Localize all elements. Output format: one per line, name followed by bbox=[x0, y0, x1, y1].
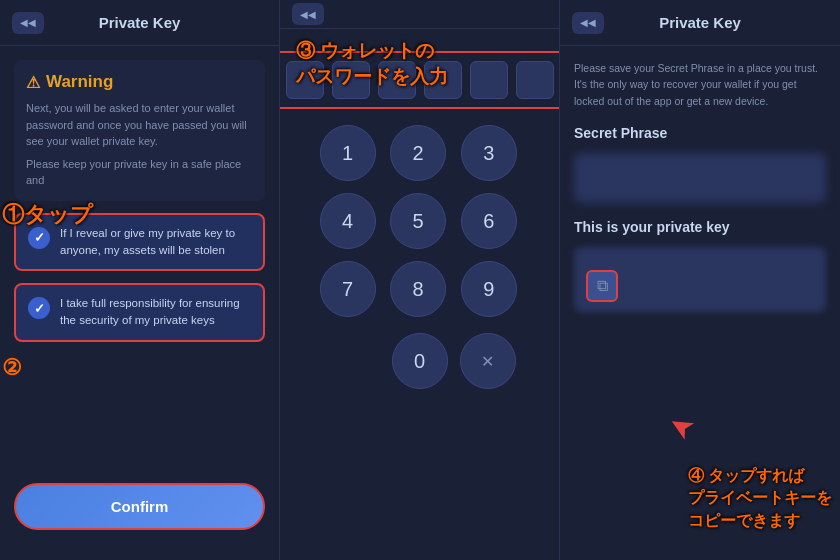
panel2-header bbox=[280, 0, 559, 29]
panel-numpad: ③ ウォレットの パスワードを入力 1 2 3 4 5 6 7 8 9 bbox=[280, 0, 560, 560]
num-btn-empty bbox=[324, 333, 380, 389]
checkbox-check-1 bbox=[28, 227, 50, 249]
panel3-title: Private Key bbox=[659, 14, 741, 31]
copy-button[interactable]: ⧉ bbox=[586, 270, 618, 302]
pin-dot-4 bbox=[424, 61, 462, 99]
num-btn-2[interactable]: 2 bbox=[390, 125, 446, 181]
numpad-bottom-row: 0 ✕ bbox=[320, 333, 520, 389]
num-btn-5[interactable]: 5 bbox=[390, 193, 446, 249]
panel1-title: Private Key bbox=[99, 14, 181, 31]
pin-display bbox=[280, 51, 560, 109]
panel-privatekey: Private Key Please save your Secret Phra… bbox=[560, 0, 840, 560]
num-btn-3[interactable]: 3 bbox=[461, 125, 517, 181]
private-key-container: ⧉ bbox=[574, 247, 826, 312]
arrow-copy-icon: ➤ bbox=[661, 406, 700, 449]
num-btn-0[interactable]: 0 bbox=[392, 333, 448, 389]
panel3-content: Please save your Secret Phrase in a plac… bbox=[560, 46, 840, 560]
confirm-button[interactable]: Confirm bbox=[14, 483, 265, 530]
pin-dot-6 bbox=[516, 61, 554, 99]
checkbox-text-1: If I reveal or give my private key to an… bbox=[60, 225, 251, 260]
private-key-label: This is your private key bbox=[574, 219, 826, 235]
pin-dot-5 bbox=[470, 61, 508, 99]
pin-dot-2 bbox=[332, 61, 370, 99]
num-btn-6[interactable]: 6 bbox=[461, 193, 517, 249]
copy-icon: ⧉ bbox=[597, 277, 608, 295]
annotation-copy: ④ タップすれば プライベートキーを コピーできます bbox=[688, 465, 832, 532]
pin-dot-3 bbox=[378, 61, 416, 99]
warning-box: ⚠ Warning Next, you will be asked to ent… bbox=[14, 60, 265, 201]
back-button-1[interactable] bbox=[12, 12, 44, 34]
num-btn-delete[interactable]: ✕ bbox=[460, 333, 516, 389]
back-button-3[interactable] bbox=[572, 12, 604, 34]
back-button-2[interactable] bbox=[292, 3, 324, 25]
num-btn-9[interactable]: 9 bbox=[461, 261, 517, 317]
num-btn-1[interactable]: 1 bbox=[320, 125, 376, 181]
panel1-content: ⚠ Warning Next, you will be asked to ent… bbox=[0, 46, 279, 560]
checkbox-text-2: I take full responsibility for ensuring … bbox=[60, 295, 251, 330]
num-btn-7[interactable]: 7 bbox=[320, 261, 376, 317]
pin-dot-1 bbox=[286, 61, 324, 99]
secret-phrase-label: Secret Phrase bbox=[574, 125, 826, 141]
warning-text: Next, you will be asked to enter your wa… bbox=[26, 100, 253, 150]
checkbox-check-2 bbox=[28, 297, 50, 319]
panel2-content: ③ ウォレットの パスワードを入力 1 2 3 4 5 6 7 8 9 bbox=[280, 29, 559, 560]
warning-title: ⚠ Warning bbox=[26, 72, 253, 92]
panel3-header: Private Key bbox=[560, 0, 840, 46]
num-btn-8[interactable]: 8 bbox=[390, 261, 446, 317]
num-btn-4[interactable]: 4 bbox=[320, 193, 376, 249]
panel-warning: Private Key ⚠ Warning Next, you will be … bbox=[0, 0, 280, 560]
panel1-header: Private Key bbox=[0, 0, 279, 46]
secret-phrase-box bbox=[574, 153, 826, 203]
warning-keep-text: Please keep your private key in a safe p… bbox=[26, 156, 253, 189]
checkbox-item-2[interactable]: I take full responsibility for ensuring … bbox=[14, 283, 265, 342]
warning-icon: ⚠ bbox=[26, 73, 40, 92]
info-text: Please save your Secret Phrase in a plac… bbox=[574, 60, 826, 109]
numpad: 1 2 3 4 5 6 7 8 9 bbox=[320, 125, 520, 317]
checkbox-item-1[interactable]: If I reveal or give my private key to an… bbox=[14, 213, 265, 272]
